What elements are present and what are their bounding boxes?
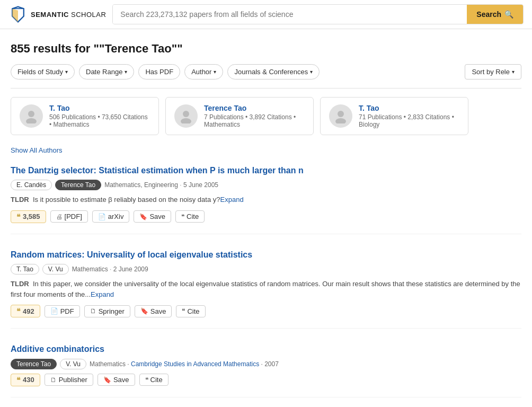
- action-label: Cite: [150, 376, 163, 384]
- action-label: Cite: [187, 307, 199, 315]
- author-card[interactable]: T. Tao 506 Publications • 73,650 Citatio…: [11, 97, 159, 135]
- author-cards: T. Tao 506 Publications • 73,650 Citatio…: [11, 97, 521, 135]
- action-label: Save: [149, 213, 165, 220]
- quote-icon: ❝: [16, 307, 21, 315]
- filter-fields-of-study[interactable]: Fields of Study ▾: [11, 64, 75, 79]
- action-save-button[interactable]: 🔖 Save: [134, 210, 171, 223]
- paper-authors: Terence TaoV. Vu Mathematics · Cambridge…: [11, 359, 521, 369]
- action-label: [PDF]: [65, 213, 82, 220]
- paper-author-tag[interactable]: V. Vu: [60, 359, 86, 369]
- search-label: Search: [476, 10, 501, 19]
- paper-author-tag[interactable]: Terence Tao: [11, 359, 57, 369]
- svg-point-4: [26, 118, 37, 123]
- action-label: Publisher: [59, 376, 87, 384]
- action-icon: ❝: [181, 213, 184, 220]
- author-info: T. Tao 71 Publications • 2,833 Citations…: [359, 104, 459, 128]
- filters-bar: Fields of Study ▾ Date Range ▾ Has PDF A…: [11, 64, 521, 79]
- publisher-link[interactable]: Cambridge Studies in Advanced Mathematic…: [131, 360, 259, 368]
- paper-actions: ❝ 492 📄 PDF 🗋 Springer 🔖 Save ❝ Cite: [11, 305, 521, 317]
- divider: [11, 88, 521, 89]
- action-pdf-button[interactable]: 🖨 [PDF]: [50, 210, 88, 223]
- author-info: Terence Tao 7 Publications • 3,892 Citat…: [204, 104, 305, 128]
- svg-point-7: [338, 111, 344, 117]
- logo[interactable]: SEMANTIC SCHOLAR: [8, 5, 106, 24]
- expand-link[interactable]: Expand: [220, 196, 244, 204]
- paper-title[interactable]: Random matrices: Universality of local e…: [11, 249, 521, 261]
- filter-has-pdf[interactable]: Has PDF: [138, 64, 180, 79]
- action-icon: 🗋: [90, 307, 96, 315]
- paper-author-tag[interactable]: V. Vu: [42, 264, 69, 275]
- avatar: [329, 104, 352, 128]
- action-label: arXiv: [108, 213, 124, 220]
- paper-authors: E. CandèsTerence Tao Mathematics, Engine…: [11, 180, 521, 190]
- action-save-button[interactable]: 🔖 Save: [135, 305, 172, 317]
- paper-author-tag[interactable]: E. Candès: [11, 180, 52, 190]
- paper-title[interactable]: The Dantzig selector: Statistical estima…: [11, 165, 521, 176]
- author-card[interactable]: T. Tao 71 Publications • 2,833 Citations…: [320, 97, 468, 135]
- filter-journals-conferences[interactable]: Journals & Conferences ▾: [227, 64, 320, 79]
- search-icon: 🔍: [504, 10, 513, 19]
- cite-number: 430: [23, 376, 34, 384]
- author-info: T. Tao 506 Publications • 73,650 Citatio…: [49, 104, 150, 128]
- paper-authors: T. TaoV. Vu Mathematics · 2 June 2009: [11, 264, 521, 275]
- quote-icon: ❝: [16, 213, 21, 221]
- logo-icon: [8, 5, 28, 24]
- action-source-button[interactable]: 🗋 Publisher: [45, 374, 93, 386]
- action-icon: 📄: [98, 213, 106, 220]
- action-icon: ❝: [182, 307, 185, 315]
- action-cite-button[interactable]: ❝ Cite: [139, 374, 169, 386]
- paper-actions: ❝ 430 🗋 Publisher 🔖 Save ❝ Cite: [11, 374, 521, 386]
- user-icon: [24, 109, 39, 123]
- logo-text: SEMANTIC SCHOLAR: [31, 11, 106, 19]
- action-label: Save: [113, 376, 129, 384]
- author-meta: 7 Publications • 3,892 Citations • Mathe…: [204, 113, 305, 128]
- chevron-down-icon: ▾: [125, 69, 127, 75]
- paper-item: The Dantzig selector: Statistical estima…: [11, 165, 521, 234]
- cite-count: ❝ 3,585: [11, 210, 46, 223]
- chevron-down-icon: ▾: [512, 69, 515, 75]
- cite-count: ❝ 430: [11, 374, 40, 386]
- paper-subject: Mathematics · 2 June 2009: [72, 266, 148, 273]
- action-label: Springer: [99, 307, 125, 315]
- tldr-label: TLDR: [11, 196, 29, 204]
- user-icon: [333, 109, 348, 123]
- paper-title[interactable]: Additive combinatorics: [11, 343, 521, 355]
- action-source-button[interactable]: 📄 arXiv: [92, 210, 130, 223]
- chevron-down-icon: ▾: [65, 69, 68, 75]
- action-source-button[interactable]: 🗋 Springer: [84, 305, 130, 317]
- expand-link[interactable]: Expand: [91, 290, 114, 298]
- action-icon: 🔖: [139, 213, 147, 220]
- paper-tldr: TLDR In this paper, we consider the univ…: [11, 279, 521, 299]
- action-icon: 📄: [50, 307, 58, 315]
- paper-item: Random matrices: Universality of local e…: [11, 249, 521, 329]
- search-input[interactable]: [113, 5, 467, 24]
- author-card[interactable]: Terence Tao 7 Publications • 3,892 Citat…: [165, 97, 314, 135]
- action-pdf-button[interactable]: 📄 PDF: [45, 305, 80, 317]
- search-button[interactable]: Search 🔍: [467, 5, 523, 24]
- action-icon: 🗋: [50, 376, 57, 384]
- search-bar: Search 🔍: [112, 4, 524, 24]
- action-label: PDF: [60, 307, 74, 315]
- paper-tldr: TLDR Is it possible to estimate β reliab…: [11, 194, 521, 205]
- filter-author[interactable]: Author ▾: [184, 64, 223, 79]
- paper-author-tag[interactable]: Terence Tao: [55, 180, 101, 190]
- svg-point-8: [335, 118, 346, 123]
- sort-by-button[interactable]: Sort by Rele ▾: [465, 64, 521, 79]
- action-cite-button[interactable]: ❝ Cite: [175, 210, 205, 223]
- action-label: Save: [150, 307, 166, 315]
- avatar: [174, 104, 198, 128]
- paper-item: Additive combinatorics Terence TaoV. Vu …: [11, 343, 521, 397]
- author-meta: 506 Publications • 73,650 Citations • Ma…: [49, 113, 150, 128]
- main-content: 855 results for ""Terence Tao"" Fields o…: [0, 29, 532, 407]
- action-cite-button[interactable]: ❝ Cite: [176, 305, 205, 317]
- paper-author-tag[interactable]: T. Tao: [11, 264, 39, 275]
- action-icon: 🖨: [56, 213, 63, 220]
- action-icon: 🔖: [140, 307, 148, 315]
- cite-number: 492: [23, 307, 34, 315]
- action-save-button[interactable]: 🔖 Save: [97, 374, 135, 386]
- quote-icon: ❝: [16, 376, 21, 384]
- chevron-down-icon: ▾: [310, 69, 313, 75]
- action-icon: 🔖: [103, 376, 111, 384]
- show-all-authors-link[interactable]: Show All Authors: [11, 146, 63, 154]
- filter-date-range[interactable]: Date Range ▾: [79, 64, 134, 79]
